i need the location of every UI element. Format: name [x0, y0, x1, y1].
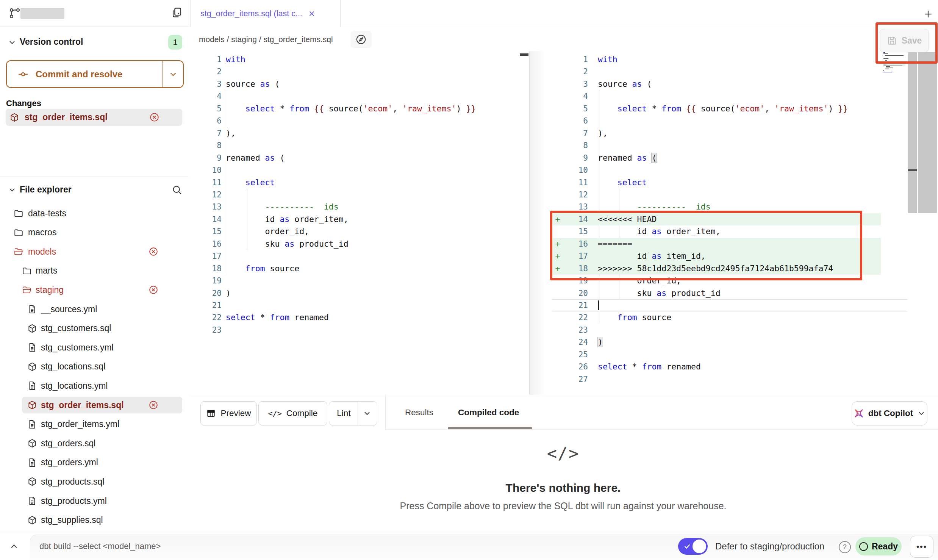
tree-item-label: stg_orders.yml: [41, 454, 98, 471]
compile-button[interactable]: </> Compile: [258, 401, 327, 425]
line-number: 1: [563, 53, 588, 66]
minimap[interactable]: [883, 52, 906, 75]
commit-button-label: Commit and resolve: [36, 69, 122, 80]
editor-right-pane[interactable]: 1with23source as (45 select * from {{ so…: [530, 53, 938, 385]
new-tab-icon[interactable]: [922, 8, 934, 20]
folder-icon: [14, 208, 23, 218]
minimap-line: [883, 53, 888, 54]
lineage-button[interactable]: [350, 31, 372, 48]
copy-icon[interactable]: [170, 6, 183, 19]
tree-item[interactable]: marts: [0, 262, 188, 280]
line-number: 8: [188, 139, 222, 152]
code-line: select: [226, 177, 275, 189]
defer-toggle[interactable]: [678, 538, 708, 555]
empty-state-code-icon: </>: [188, 444, 938, 463]
tree-item[interactable]: staging: [0, 281, 188, 299]
editor-scrollbar-outer[interactable]: [918, 52, 937, 213]
check-icon: [683, 542, 691, 551]
line-number: 13: [563, 201, 588, 213]
dbt-copilot-button[interactable]: dbt Copilot: [852, 401, 927, 425]
cube-icon: [27, 362, 37, 372]
changes-count-badge: 1: [168, 35, 182, 50]
folder-open-icon: [22, 285, 32, 295]
line-number: 5: [188, 103, 222, 115]
tree-item[interactable]: macros: [0, 224, 188, 241]
discard-change-icon[interactable]: [149, 247, 158, 257]
diff-plus-marker: +: [553, 213, 562, 225]
lint-split-button[interactable]: Lint: [329, 401, 377, 425]
code-line: select * from {{ source('ecom', 'raw_ite…: [226, 103, 476, 115]
line-number: 22: [563, 311, 588, 324]
file-explorer-chevron-icon[interactable]: [8, 185, 17, 194]
tree-item[interactable]: stg_customers.yml: [0, 339, 188, 356]
table-icon: [206, 408, 216, 418]
tab-compiled-code[interactable]: Compiled code: [458, 395, 519, 430]
commit-dropdown-chevron-icon[interactable]: [163, 69, 183, 79]
line-number: 17: [188, 250, 222, 262]
code-line: with: [226, 53, 245, 66]
tree-item[interactable]: stg_order_items.yml: [0, 416, 188, 433]
line-number: 17: [563, 250, 588, 262]
search-icon[interactable]: [171, 184, 183, 196]
tab-results[interactable]: Results: [405, 395, 433, 430]
line-number: 22: [188, 311, 222, 324]
tree-item[interactable]: stg_orders.yml: [0, 454, 188, 471]
tree-item[interactable]: stg_supplies.sql: [0, 512, 188, 529]
tree-item[interactable]: __sources.yml: [0, 300, 188, 318]
chevron-up-icon[interactable]: [7, 539, 21, 554]
tree-item[interactable]: models: [0, 243, 188, 260]
tree-item[interactable]: data-tests: [0, 205, 188, 222]
tree-item[interactable]: stg_locations.sql: [0, 358, 188, 375]
bottom-panel: Preview </> Compile Lint Results Compile…: [188, 395, 938, 532]
line-number: 25: [563, 349, 588, 361]
discard-change-icon[interactable]: [149, 112, 159, 122]
file-explorer-title: File explorer: [20, 185, 72, 195]
help-icon[interactable]: ?: [839, 541, 851, 553]
tree-item[interactable]: stg_products.yml: [0, 492, 188, 510]
tree-item[interactable]: stg_customers.sql: [0, 320, 188, 337]
git-branch-icon[interactable]: [8, 7, 21, 20]
tree-item-label: stg_orders.sql: [41, 435, 95, 452]
left-pane-scroll-thumb[interactable]: [520, 53, 528, 56]
discard-change-icon[interactable]: [149, 400, 158, 410]
editor-tab-bar: stg_order_items.sql (last c...: [188, 0, 938, 27]
line-number: 4: [188, 90, 222, 102]
diff-editor[interactable]: 1with23source as (45 select * from {{ so…: [188, 51, 938, 395]
toggle-knob: [693, 540, 706, 553]
save-button[interactable]: Save: [880, 29, 929, 52]
tab-stg-order-items[interactable]: stg_order_items.sql (last c...: [190, 0, 341, 27]
editor-scrollbar[interactable]: [908, 52, 917, 213]
line-number: 3: [188, 78, 222, 90]
line-number: 12: [188, 189, 222, 201]
version-control-chevron-icon[interactable]: [8, 38, 17, 47]
line-number: 10: [188, 164, 222, 176]
toolbar-divider: [385, 395, 386, 430]
cube-icon: [27, 324, 37, 333]
code-line: source as (: [598, 78, 652, 90]
line-number: 13: [188, 201, 222, 213]
discard-change-icon[interactable]: [149, 285, 158, 295]
preview-button[interactable]: Preview: [200, 401, 257, 425]
line-number: 27: [563, 373, 588, 385]
code-line: renamed as (: [226, 152, 285, 164]
tree-item[interactable]: stg_order_items.sql: [0, 396, 188, 414]
changed-file-row[interactable]: stg_order_items.sql: [6, 109, 182, 126]
save-icon: [887, 36, 897, 46]
tree-item[interactable]: stg_locations.yml: [0, 377, 188, 394]
line-number: 2: [563, 66, 588, 78]
tree-item[interactable]: stg_products.sql: [0, 473, 188, 490]
file-icon: [27, 381, 37, 391]
tab-close-icon[interactable]: [308, 9, 316, 18]
commit-and-resolve-button[interactable]: Commit and resolve: [6, 60, 184, 88]
lint-dropdown-chevron-icon[interactable]: [358, 409, 376, 418]
line-number: 11: [563, 177, 588, 189]
tree-item-label: stg_order_items.yml: [41, 416, 119, 433]
more-options-button[interactable]: •••: [910, 536, 933, 558]
code-line: order_id,: [598, 275, 681, 287]
tree-item[interactable]: stg_orders.sql: [0, 435, 188, 452]
line-number: 24: [563, 336, 588, 348]
tree-item-label: stg_customers.yml: [41, 339, 114, 356]
empty-state-subtitle: Press Compile above to preview the SQL d…: [188, 501, 938, 512]
save-label: Save: [902, 36, 922, 46]
editor-left-pane[interactable]: 1with23source as (45 select * from {{ so…: [188, 53, 529, 336]
